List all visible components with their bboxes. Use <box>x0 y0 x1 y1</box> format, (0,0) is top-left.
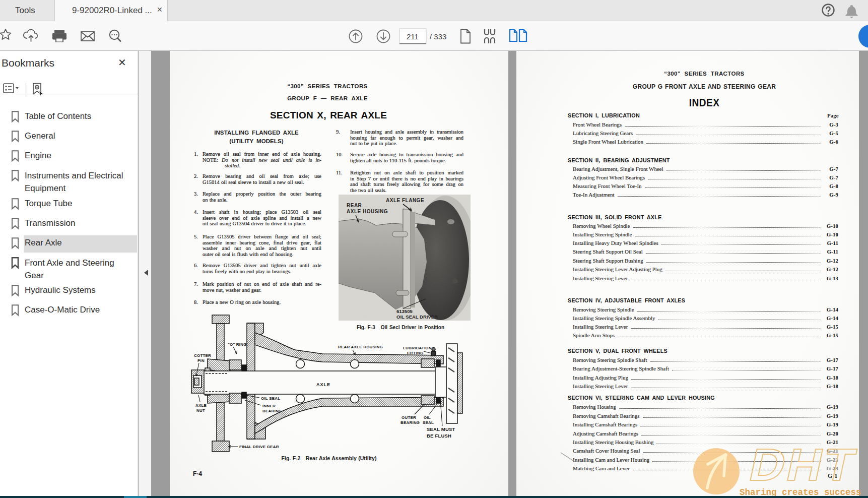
svg-text:DHT: DHT <box>745 440 862 490</box>
